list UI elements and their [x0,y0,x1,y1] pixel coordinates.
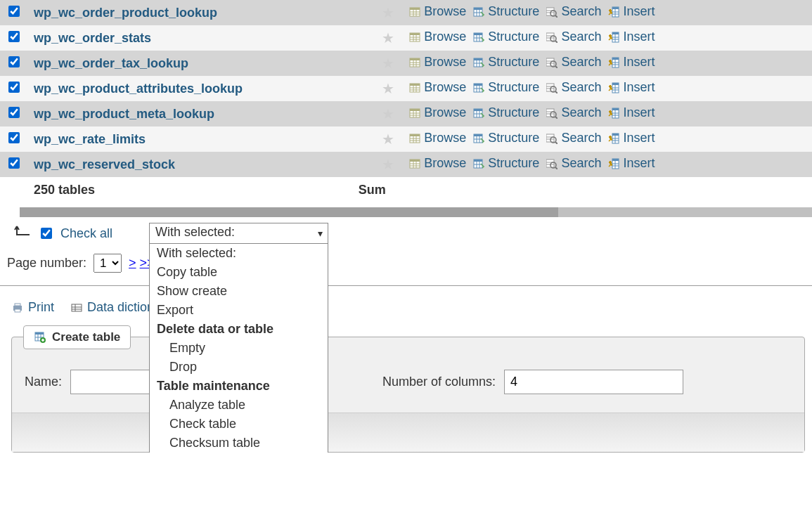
print-link[interactable]: Print [11,300,54,315]
favorite-star-icon[interactable]: ★ [382,106,394,122]
search-link[interactable]: Search [546,156,601,171]
svg-line-36 [555,41,558,43]
search-link[interactable]: Search [546,131,601,145]
insert-icon [607,107,620,119]
browse-icon [408,132,421,145]
structure-link[interactable]: Structure [472,131,539,145]
with-selected-menu: With selected:Copy tableShow createExpor… [149,244,328,453]
table-row-checkbox[interactable] [8,82,20,93]
create-table-block: Create table Name: Number of columns: [11,337,805,453]
svg-line-99 [555,117,558,119]
page-number-select[interactable]: 1 [94,254,122,273]
insert-link[interactable]: Insert [607,80,655,95]
table-row-checkbox[interactable] [8,31,20,42]
browse-link[interactable]: Browse [408,105,466,120]
dropdown-option[interactable]: Analyze table [150,396,328,415]
favorite-star-icon[interactable]: ★ [382,5,394,20]
checkall-checkbox[interactable] [41,228,52,239]
svg-rect-43 [410,58,420,60]
insert-icon [607,157,620,170]
search-icon [546,31,558,44]
table-row-checkbox[interactable] [8,157,20,169]
insert-link[interactable]: Insert [607,30,655,44]
browse-link[interactable]: Browse [408,55,466,70]
svg-rect-85 [410,109,420,111]
table-row-checkbox[interactable] [8,56,20,67]
dropdown-option[interactable]: With selected: [150,244,328,263]
browse-icon [408,6,421,18]
svg-rect-7 [474,8,482,10]
svg-rect-127 [410,160,420,162]
create-columns-label: Number of columns: [382,375,496,389]
checkall-arrow-icon [14,225,32,242]
horizontal-scrollbar[interactable] [20,207,812,217]
table-name-link[interactable]: wp_wc_reserved_stock [34,157,175,171]
insert-icon [607,31,620,44]
browse-icon [408,82,421,94]
dropdown-option[interactable]: Drop [150,358,328,377]
structure-link[interactable]: Structure [472,156,539,171]
insert-link[interactable]: Insert [607,4,655,19]
insert-link[interactable]: Insert [607,131,655,145]
summary-tables-count: 250 tables [28,177,309,203]
structure-link[interactable]: Structure [472,80,539,95]
search-link[interactable]: Search [546,105,601,120]
structure-link[interactable]: Structure [472,55,539,70]
dropdown-option[interactable]: Copy table [150,263,328,282]
table-name-link[interactable]: wp_wc_order_product_lookup [34,6,217,20]
table-name-link[interactable]: wp_wc_rate_limits [34,132,146,146]
insert-link[interactable]: Insert [607,105,655,120]
search-link[interactable]: Search [546,4,601,19]
table-row-checkbox[interactable] [8,107,20,118]
dropdown-option[interactable]: Check table [150,415,328,434]
structure-icon [472,56,485,69]
favorite-star-icon[interactable]: ★ [382,157,394,172]
structure-link[interactable]: Structure [472,30,539,44]
browse-link[interactable]: Browse [408,131,466,145]
svg-rect-17 [612,7,619,9]
browse-icon [408,56,421,69]
structure-link[interactable]: Structure [472,105,539,120]
data-dictionary-icon [70,301,83,314]
structure-link[interactable]: Structure [472,4,539,19]
dropdown-option[interactable]: Empty [150,339,328,358]
checkall-label[interactable]: Check all [60,226,112,241]
browse-link[interactable]: Browse [408,30,466,44]
search-link[interactable]: Search [546,80,601,95]
favorite-star-icon[interactable]: ★ [382,56,394,71]
create-columns-input[interactable] [504,370,683,394]
search-link[interactable]: Search [546,30,601,44]
structure-icon [472,132,485,145]
favorite-star-icon[interactable]: ★ [382,131,394,147]
table-row: wp_wc_order_product_lookup★Browse Struct… [0,0,812,25]
favorite-star-icon[interactable]: ★ [382,81,394,96]
table-row: wp_wc_order_tax_lookup★Browse Structure … [0,51,812,76]
browse-link[interactable]: Browse [408,80,466,95]
table-name-link[interactable]: wp_wc_order_tax_lookup [34,56,188,70]
svg-rect-155 [35,332,44,335]
table-name-link[interactable]: wp_wc_product_meta_lookup [34,107,214,121]
dropdown-option[interactable]: Checksum table [150,434,328,453]
with-selected-dropdown[interactable]: With selected: [149,223,328,244]
svg-rect-133 [474,160,482,162]
table-name-link[interactable]: wp_wc_product_attributes_lookup [34,82,243,96]
browse-link[interactable]: Browse [408,4,466,19]
favorite-star-icon[interactable]: ★ [382,30,394,46]
svg-rect-80 [612,83,619,85]
browse-link[interactable]: Browse [408,156,466,171]
dropdown-option[interactable]: Export [150,301,328,320]
insert-link[interactable]: Insert [607,55,655,70]
search-icon [546,82,558,94]
table-row-checkbox[interactable] [8,132,20,143]
svg-rect-150 [72,304,82,311]
insert-link[interactable]: Insert [607,156,655,171]
svg-line-15 [555,15,558,18]
table-name-link[interactable]: wp_wc_order_stats [34,31,151,45]
structure-icon [472,31,485,44]
pager-next[interactable]: > [129,256,136,270]
table-row-checkbox[interactable] [8,6,20,17]
search-link[interactable]: Search [546,55,601,70]
svg-rect-70 [474,84,482,86]
svg-rect-91 [474,109,482,111]
dropdown-option[interactable]: Show create [150,282,328,301]
